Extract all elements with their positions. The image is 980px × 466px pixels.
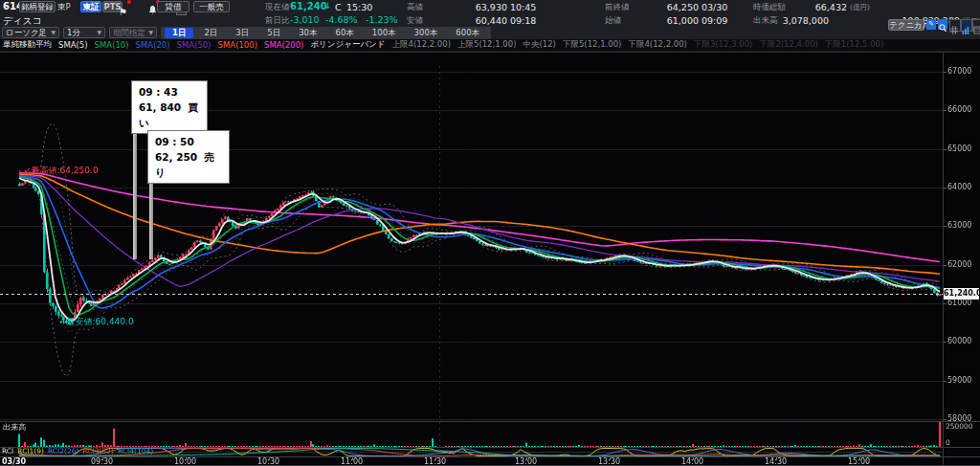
rci-legend-RCI3(52): RCI3(52) — [82, 447, 113, 455]
price-axis-label-66000: 66000 — [947, 105, 971, 114]
buy-annotation[interactable]: 09 : 43 61, 840 買い — [131, 80, 208, 134]
technical-button[interactable]: テクニカル — [888, 19, 924, 31]
chart-type-value: ローソク足 — [6, 28, 47, 37]
sma-legend-SMA(10): SMA(10) — [95, 40, 129, 50]
current-price-tag: 61,240.0 — [944, 288, 979, 300]
price-down-arrow-icon: ↓ — [324, 1, 332, 11]
sma-legend-SMA(5): SMA(5) — [58, 40, 88, 50]
change-percent: -4.68% — [325, 14, 358, 25]
tab-tse[interactable]: 東証 — [80, 1, 101, 12]
general-sell-button[interactable]: 一般売 — [193, 1, 230, 12]
chevron-down-icon: ▼ — [51, 28, 56, 37]
price-axis-label-67000: 67000 — [947, 67, 971, 76]
buy-annotation-time: 09 : 43 — [139, 84, 200, 100]
current-price-value: 61,240 — [290, 1, 327, 11]
range-button-100本[interactable]: 100本 — [365, 28, 404, 38]
time-axis-label-14:30: 14:30 — [765, 457, 787, 466]
sell-annotation-time: 09 : 50 — [155, 134, 222, 149]
time-axis-label-10:30: 10:30 — [257, 457, 279, 466]
bar-chart-icon[interactable] — [961, 19, 972, 32]
bollinger-param-3: 下限5(12,1.00) — [563, 39, 621, 51]
register-stock-button[interactable]: 銘柄登録 — [19, 1, 56, 12]
news-flag-icon[interactable]: ⚑ — [119, 1, 130, 12]
volume-axis-max: 250000 — [946, 422, 973, 431]
bollinger-legend-title: ボリンジャーバンド — [310, 39, 385, 51]
zoom-magnifier-icon[interactable] — [938, 19, 947, 30]
low-time: 09:18 — [510, 15, 536, 26]
high-marker-arrow: ↙ — [24, 166, 32, 175]
market-cap-label: 時価総額 — [753, 2, 786, 13]
price-axis-separator — [943, 53, 944, 466]
rci-legend: RCIRCI1(9)RCI2(26)RCI3(52)RCI4(104) — [2, 447, 153, 455]
range-button-5日[interactable]: 5日 — [259, 28, 288, 38]
grid-layout-icon[interactable] — [949, 19, 961, 32]
bollinger-param-2: 中央(12) — [523, 39, 555, 51]
rci-legend-RCI2(26): RCI2(26) — [48, 447, 78, 455]
interval-dropdown[interactable]: 1分 ▼ — [63, 27, 105, 38]
price-axis-label-63000: 63000 — [947, 221, 971, 230]
indicator-legend: 単純移動平均SMA(5)SMA(10)SMA(20)SMA(50)SMA(100… — [0, 39, 980, 51]
range-button-600本[interactable]: 600本 — [448, 28, 487, 38]
popup-window-icon[interactable] — [972, 19, 980, 32]
sell-annotation[interactable]: 09 : 50 62, 250 売り — [147, 130, 230, 184]
sma-legend-SMA(200): SMA(200) — [264, 40, 303, 50]
interval-value: 1分 — [67, 28, 80, 37]
prev-close-value: 64,250 — [632, 2, 699, 12]
header: 6146 銘柄登録 東P 東証 PTS ⚑ 貸借 一般売 現在値 61,240 … — [0, 0, 980, 53]
session-close-flag: C — [335, 2, 342, 12]
time-axis-label-03/30: 03/30 — [2, 457, 26, 466]
sma-legend-SMA(20): SMA(20) — [136, 40, 170, 50]
open-value: 61,000 — [632, 15, 699, 26]
range-button-60本[interactable]: 60本 — [328, 28, 362, 38]
time-axis-label-11:30: 11:30 — [424, 457, 446, 466]
high-label: 高値 — [407, 2, 423, 13]
price-axis-label-64000: 64000 — [947, 183, 971, 191]
market-cap-unit: (億円) — [850, 3, 870, 12]
current-price-time: 15:30 — [346, 2, 372, 12]
sell-annotation-detail: 62, 250 売り — [155, 149, 222, 180]
range-button-30本[interactable]: 30本 — [291, 28, 324, 38]
stock-chart-app: 6146 銘柄登録 東P 東証 PTS ⚑ 貸借 一般売 現在値 61,240 … — [0, 0, 980, 466]
market-cap-value: 66,432 — [794, 2, 847, 12]
range-button-3日[interactable]: 3日 — [228, 28, 256, 38]
low-value: 60,440 — [450, 15, 507, 26]
stock-name: ディスコ — [3, 14, 42, 28]
high-value: 63,930 — [450, 2, 507, 12]
buy-annotation-detail: 61, 840 買い — [139, 100, 200, 130]
period-value: 期間指定 — [113, 28, 145, 37]
prev-close-label: 前終値 — [605, 2, 630, 13]
price-axis-label-60000: 60000 — [947, 337, 971, 345]
time-axis-label-14:00: 14:00 — [681, 457, 703, 466]
low-marker-arrow: ← — [59, 317, 67, 326]
prev-close-date: 03/30 — [702, 2, 727, 12]
period-dropdown[interactable]: 期間指定 ▼ — [109, 27, 157, 38]
draw-pencil-icon[interactable]: ✎ — [926, 19, 936, 30]
bollinger-param-1: 上限5(12,1.00) — [457, 39, 516, 51]
vwap-change-percent: -1.23% — [366, 14, 398, 25]
range-button-300本[interactable]: 300本 — [407, 28, 446, 38]
rci-legend-RCI1(9): RCI1(9) — [17, 447, 44, 455]
chart-low-marker: ←最安値:60,440.0 — [59, 316, 134, 328]
time-axis-label-15:00: 15:00 — [848, 457, 870, 466]
margin-button[interactable]: 貸借 — [157, 1, 189, 12]
bollinger-param-dim-0: 下限3(12,3.00) — [694, 39, 752, 51]
change-label: 前日比 — [265, 15, 290, 27]
time-axis-label-11:00: 11:00 — [341, 457, 363, 466]
range-button-1日[interactable]: 1日 — [165, 28, 193, 38]
time-axis-label-09:30: 09:30 — [91, 457, 113, 466]
bollinger-param-0: 上限4(12,2.00) — [392, 39, 451, 51]
high-time: 10:45 — [510, 2, 536, 12]
chart-type-dropdown[interactable]: ローソク足 ▼ — [2, 27, 59, 38]
sma-legend-title: 単純移動平均 — [3, 39, 52, 51]
open-label: 始値 — [605, 15, 621, 27]
range-button-2日[interactable]: 2日 — [196, 28, 225, 38]
rci-legend-RCI: RCI — [2, 447, 13, 455]
price-axis-label-61000: 61000 — [947, 299, 971, 307]
price-axis-label-65000: 65000 — [947, 144, 971, 153]
news-alert-dot — [127, 0, 131, 4]
time-axis-label-13:00: 13:00 — [515, 457, 537, 466]
change-value: -3,010 — [290, 14, 320, 25]
volume-value: 3,078,000 — [766, 15, 829, 26]
volume-pane-label: 出来高 — [3, 422, 26, 433]
sma-legend-SMA(50): SMA(50) — [177, 40, 212, 50]
